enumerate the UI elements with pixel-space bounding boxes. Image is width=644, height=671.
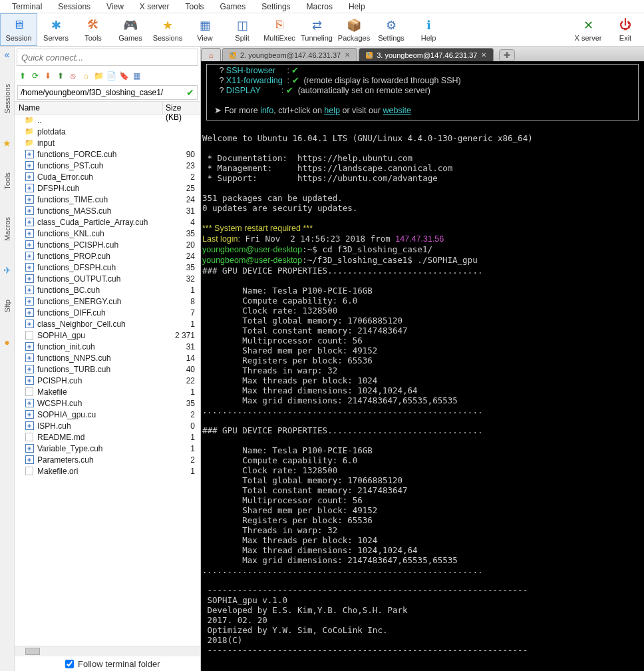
- file-row[interactable]: README.md1: [15, 431, 200, 443]
- bookmark-icon[interactable]: 🔖: [118, 71, 129, 81]
- file-row[interactable]: ◈Variable_Type.cuh1: [15, 443, 200, 454]
- home-icon[interactable]: ⌂: [80, 71, 91, 81]
- toolbtn-view[interactable]: ▦View: [186, 13, 224, 46]
- toolbtn-exit[interactable]: ⏻Exit: [607, 13, 644, 46]
- path-input[interactable]: /home/youngbeom/f3D_sloshing_case1/ ✔: [17, 85, 198, 100]
- toolbtn-tools[interactable]: 🛠Tools: [75, 13, 112, 46]
- menu-macros[interactable]: Macros: [299, 2, 341, 11]
- file-size: 1: [168, 467, 200, 476]
- file-row[interactable]: ◈functions_BC.cuh1: [15, 284, 200, 296]
- file-row[interactable]: 📁input: [15, 137, 200, 148]
- folder-icon[interactable]: 📁: [93, 71, 104, 81]
- terminal-tab[interactable]: 🔧2. youngbeom@147.46.231.37✕: [222, 48, 357, 61]
- file-row[interactable]: ◈Cuda_Error.cuh2: [15, 171, 200, 182]
- file-row[interactable]: ◈functions_OUTPUT.cuh32: [15, 273, 200, 284]
- toolbtn-servers[interactable]: ✱Servers: [37, 13, 75, 46]
- file-row[interactable]: ◈functions_PST.cuh23: [15, 160, 200, 171]
- toolbtn-help[interactable]: ℹHelp: [410, 13, 447, 46]
- file-row[interactable]: ◈functions_TIME.cuh24: [15, 194, 200, 205]
- file-row[interactable]: Makefile.ori1: [15, 465, 200, 477]
- toolbtn-session[interactable]: 🖥Session: [0, 13, 37, 46]
- path-text: /home/youngbeom/f3D_sloshing_case1/: [21, 88, 163, 97]
- file-list[interactable]: 📁..📁plotdata📁input◈functions_FORCE.cuh90…: [15, 114, 200, 646]
- file-name: functions_TURB.cuh: [37, 365, 168, 374]
- close-icon[interactable]: ✕: [345, 51, 350, 59]
- follow-checkbox[interactable]: [65, 660, 74, 668]
- tab-macros[interactable]: Macros: [3, 213, 11, 245]
- upload-icon[interactable]: ⬆: [55, 71, 66, 81]
- file-name: Makefile: [37, 387, 168, 397]
- toolbtn-label: Games: [118, 34, 142, 42]
- terminal-tab[interactable]: 🔧3. youngbeom@147.46.231.37✕: [359, 48, 494, 61]
- tab-home[interactable]: ⌂: [201, 48, 221, 61]
- file-size: 2: [168, 455, 200, 465]
- file-row[interactable]: ◈class_Cuda_Particle_Array.cuh4: [15, 216, 200, 228]
- collapse-icon[interactable]: «: [5, 49, 10, 60]
- file-row[interactable]: ◈ISPH.cuh0: [15, 420, 200, 431]
- toolbtn-split[interactable]: ◫Split: [224, 13, 261, 46]
- file-row[interactable]: ◈functions_DIFF.cuh7: [15, 307, 200, 318]
- file-row[interactable]: 📁plotdata: [15, 126, 200, 137]
- file-row[interactable]: ◈class_Neighbor_Cell.cuh1: [15, 318, 200, 330]
- dot-icon: ●: [4, 337, 9, 347]
- file-row[interactable]: ◈Parameters.cuh2: [15, 454, 200, 465]
- toolbtn-packages[interactable]: 📦Packages: [335, 13, 373, 46]
- view-icon[interactable]: ▦: [131, 71, 142, 81]
- file-row[interactable]: ◈functions_DFSPH.cuh35: [15, 262, 200, 273]
- newfile-icon[interactable]: 📄: [106, 71, 116, 81]
- toolbtn-tunneling[interactable]: ⇄Tunneling: [298, 13, 335, 46]
- menu-view[interactable]: View: [98, 2, 132, 11]
- file-row[interactable]: ◈function_init.cuh31: [15, 341, 200, 352]
- file-row[interactable]: ◈PCISPH.cuh22: [15, 375, 200, 386]
- file-row[interactable]: ◈functions_NNPS.cuh14: [15, 352, 200, 363]
- toolbtn-sessions[interactable]: ★Sessions: [149, 13, 186, 46]
- terminal-output[interactable]: ? SSH-browser : ✔ ? X11-forwarding : ✔ (…: [201, 61, 644, 671]
- file-row[interactable]: ◈WCSPH.cuh35: [15, 397, 200, 409]
- menu-settings[interactable]: Settings: [253, 2, 298, 11]
- file-row[interactable]: ◈functions_TURB.cuh40: [15, 363, 200, 375]
- menu-tools[interactable]: Tools: [178, 2, 212, 11]
- download-icon[interactable]: ⬇: [43, 71, 53, 81]
- file-row[interactable]: Makefile1: [15, 386, 200, 397]
- file-row[interactable]: 📁..: [15, 114, 200, 126]
- toolbtn-settings[interactable]: ⚙Settings: [373, 13, 410, 46]
- col-size[interactable]: Size (KB): [163, 102, 200, 114]
- h-scrollbar[interactable]: [15, 646, 200, 656]
- file-row[interactable]: ◈functions_PROP.cuh24: [15, 250, 200, 262]
- cuda-file-icon: ◈: [24, 353, 35, 363]
- file-row[interactable]: ◈functions_ENERGY.cuh8: [15, 296, 200, 307]
- file-row[interactable]: ◈functions_PCISPH.cuh20: [15, 239, 200, 250]
- toolbtn-x server[interactable]: ✕X server: [569, 13, 607, 46]
- tab-tools[interactable]: Tools: [3, 168, 11, 194]
- menu-x-server[interactable]: X server: [132, 2, 178, 11]
- file-size: 1: [168, 387, 200, 397]
- file-row[interactable]: ◈functions_KNL.cuh35: [15, 228, 200, 239]
- wrench-icon: 🔧: [366, 52, 373, 59]
- folder-icon: 📁: [24, 138, 35, 148]
- file-name: ..: [37, 116, 168, 125]
- cuda-file-icon: ◈: [24, 421, 35, 431]
- refresh-icon[interactable]: ⟳: [30, 71, 41, 81]
- file-row[interactable]: ◈SOPHIA_gpu.cu2: [15, 409, 200, 420]
- menu-sessions[interactable]: Sessions: [50, 2, 98, 11]
- tab-sftp[interactable]: Sftp: [3, 296, 11, 317]
- close-icon[interactable]: ✕: [481, 51, 486, 59]
- toolbtn-multiexec[interactable]: ⎘MultiExec: [261, 13, 298, 46]
- file-row[interactable]: ◈functions_FORCE.cuh90: [15, 148, 200, 160]
- tab-sessions[interactable]: Sessions: [3, 80, 11, 118]
- stop-icon[interactable]: ⦸: [68, 71, 79, 81]
- file-row[interactable]: ◈DFSPH.cuh25: [15, 182, 200, 194]
- file-row[interactable]: ◈functions_MASS.cuh31: [15, 205, 200, 216]
- menu-games[interactable]: Games: [212, 2, 254, 11]
- quick-connect-input[interactable]: [17, 49, 198, 66]
- wrench-icon: 🔧: [230, 52, 236, 59]
- col-name[interactable]: Name: [15, 102, 163, 114]
- toolbtn-games[interactable]: 🎮Games: [112, 13, 149, 46]
- new-tab-button[interactable]: ✚: [499, 49, 515, 61]
- menu-help[interactable]: Help: [341, 2, 373, 11]
- exit-icon: ⏻: [618, 18, 633, 33]
- file-row[interactable]: SOPHIA_gpu2 371: [15, 330, 200, 341]
- nav-up-icon[interactable]: ⬆: [17, 71, 28, 81]
- file-icon: [24, 331, 35, 340]
- menu-terminal[interactable]: Terminal: [4, 2, 50, 11]
